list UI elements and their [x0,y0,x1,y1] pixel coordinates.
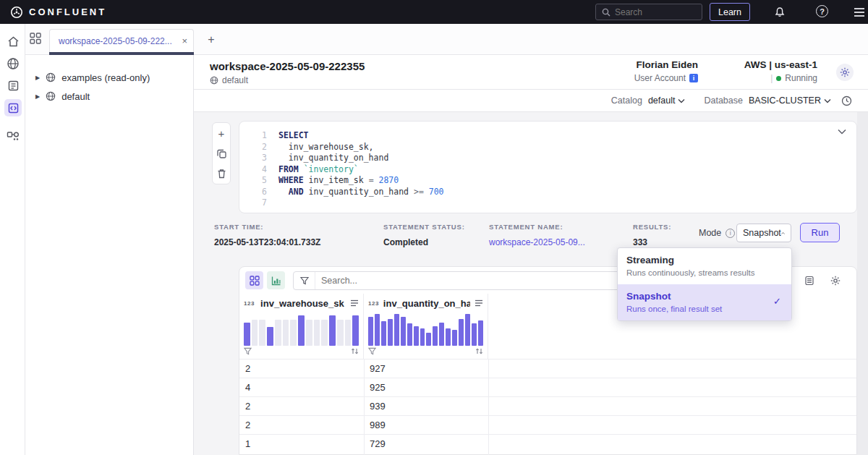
histogram-bar [465,314,470,346]
sql-workspaces-icon[interactable] [4,99,22,116]
left-navigation-rail [0,24,25,455]
topics-icon[interactable] [5,77,21,93]
active-workspace-tab[interactable]: workspace-2025-05-09-222... × [49,29,194,52]
histogram-bar [368,317,373,346]
running-status-dot [776,76,781,81]
menu-hamburger-icon[interactable] [852,5,867,20]
catalog-tree: ▶examples (read-only)▶default [25,68,193,106]
sql-editor-cell[interactable]: 1SELECT2 inv_warehouse_sk,3 inv_quantity… [239,121,857,213]
new-tab-button[interactable]: + [203,31,220,48]
globe-icon [210,76,218,85]
histogram-bar [298,315,305,346]
chart-view-icon[interactable] [267,271,285,289]
column-menu-icon[interactable] [475,299,483,307]
histogram-bar [426,333,431,346]
code-line: 1SELECT [255,130,444,142]
start-time-field: START TIME: 2025-05-13T23:04:01.733Z [214,223,320,247]
workspace-title: workspace-2025-05-09-222355 [210,60,365,72]
mode-option-streaming[interactable]: StreamingRuns continuously, streams resu… [618,248,791,284]
chevron-down-icon [824,98,831,103]
column-histogram [244,314,359,346]
flow-lineage-icon[interactable] [5,128,21,144]
collapse-editor-chevron-icon[interactable] [838,129,846,135]
check-icon: ✓ [773,296,781,307]
catalog-select[interactable]: default [648,95,686,106]
table-cell: 729 [370,438,386,449]
histogram-bar [407,323,412,346]
table-cell: 2 [245,420,250,430]
histogram-bar [394,314,399,346]
workspaces-grid-icon[interactable] [30,33,44,47]
chevron-down-icon [678,98,685,103]
column-filter-funnel-icon[interactable] [368,347,376,355]
table-row[interactable]: 4925 [239,378,856,396]
tree-item[interactable]: ▶default [25,87,193,106]
user-account-badge-icon: i [689,74,698,82]
mode-value: Snapshot [743,228,781,238]
search-input[interactable] [615,7,687,17]
code-line: 6 AND inv_quantity_on_hand >= 700 [255,187,444,198]
catalog-database-bar: Catalog default Database BASIC-CLUSTER [194,90,868,112]
add-cell-button[interactable]: + [213,123,230,143]
home-icon[interactable] [5,33,21,49]
confluent-flink-workspace: CONFLUENT Learn ? workspace-2025-05-09-2… [0,0,868,455]
histogram-bar [352,315,359,346]
global-search[interactable] [595,4,702,20]
workspace-settings-gear-icon[interactable] [836,64,854,81]
mode-label-group: Mode i [699,228,735,238]
table-row[interactable]: 2939 [239,396,856,415]
database-select[interactable]: BASIC-CLUSTER [749,95,831,106]
row-settings-icon[interactable] [804,276,814,286]
column-sort-icon[interactable] [475,347,483,355]
mode-option-snapshot[interactable]: SnapshotRuns once, final result set✓ [618,284,791,320]
column-menu-icon[interactable] [350,299,359,307]
history-clock-icon[interactable] [841,95,852,106]
statement-status-field: STATEMENT STATUS: Completed [383,223,465,247]
notifications-bell-icon[interactable] [773,5,787,20]
column-histogram [368,314,483,346]
cloud-region: AWS | us-east-1 [744,59,817,70]
results-count-field: RESULTS: 333 [633,223,671,247]
mode-option-title: Snapshot [626,291,783,302]
help-icon[interactable]: ? [816,5,828,17]
mode-select[interactable]: Snapshot [736,224,791,242]
histogram-bar [337,320,344,346]
table-view-icon[interactable] [245,271,263,289]
table-row[interactable]: 1729 [239,434,856,453]
copy-cell-icon[interactable] [213,143,230,163]
numeric-type-icon: 123 [244,300,255,307]
histogram-bar [433,326,438,346]
caret-right-icon[interactable]: ▶ [35,75,40,81]
close-tab-icon[interactable]: × [182,35,187,46]
cloud-summary: AWS | us-east-1 | Running [744,59,817,83]
tree-item[interactable]: ▶examples (read-only) [25,68,193,87]
chevron-up-icon [781,231,785,236]
confluent-brand[interactable]: CONFLUENT [10,6,106,19]
code-line: 5WHERE inv_item_sk = 2870 [255,175,444,187]
table-row[interactable]: 2989 [239,415,856,434]
results-settings-gear-icon[interactable] [830,276,841,286]
table-row[interactable]: 2927 [239,359,856,378]
learn-button[interactable]: Learn [710,3,750,21]
table-cell: 989 [370,420,386,430]
search-icon [602,8,610,17]
histogram-bar [252,320,258,346]
column-sort-icon[interactable] [351,347,359,355]
environments-icon[interactable] [5,56,21,72]
sql-code[interactable]: 1SELECT2 inv_warehouse_sk,3 inv_quantity… [255,130,444,209]
column-header-inv_warehouse_sk[interactable]: 123inv_warehouse_sk [239,294,364,359]
run-button[interactable]: Run [800,223,840,242]
tab-label: workspace-2025-05-09-222... [59,36,177,46]
mode-info-icon[interactable]: i [726,229,735,238]
statement-name-link[interactable]: workspace-2025-05-09... [489,237,585,247]
code-line: 4FROM `inventory` [255,164,444,176]
histogram-bar [375,314,380,346]
caret-right-icon[interactable]: ▶ [35,93,40,100]
column-name: inv_quantity_on_hand [383,298,470,309]
column-filter-funnel-icon[interactable] [244,347,252,355]
filter-funnel-icon[interactable] [294,272,315,289]
scroll-gutter[interactable] [857,112,868,455]
delete-cell-trash-icon[interactable] [213,163,230,184]
table-cell: 4 [245,382,250,393]
column-header-inv_quantity_on_hand[interactable]: 123inv_quantity_on_hand [364,294,488,359]
